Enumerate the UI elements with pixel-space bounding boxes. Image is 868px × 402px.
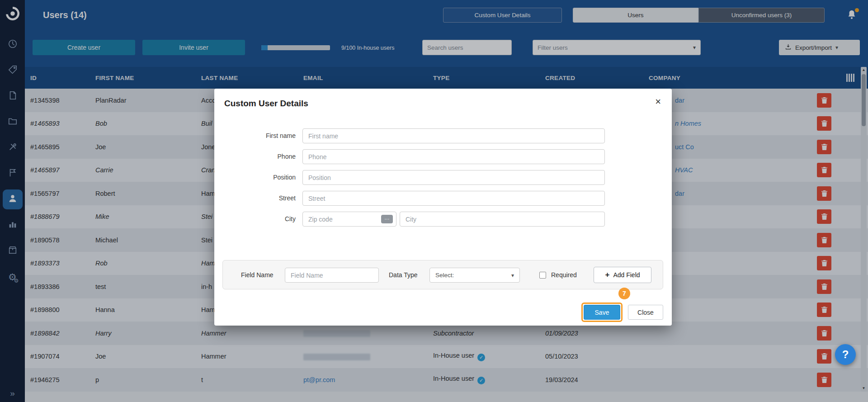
required-label: Required <box>551 271 577 279</box>
data-type-label: Data Type <box>389 271 418 279</box>
plus-icon: + <box>605 270 609 279</box>
zip-lookup-icon[interactable]: ⋯ <box>381 215 393 223</box>
chevron-down-icon: ▾ <box>511 272 514 279</box>
phone-label: Phone <box>214 153 296 160</box>
data-type-select[interactable]: Select: ▾ <box>429 268 520 283</box>
add-field-label: Add Field <box>613 271 640 279</box>
position-input[interactable] <box>302 170 605 185</box>
close-button[interactable]: Close <box>628 305 663 320</box>
custom-field-builder: Field Name Data Type Select: ▾ Required … <box>222 260 663 289</box>
field-name-input[interactable] <box>285 268 379 283</box>
first-name-input[interactable] <box>302 128 605 143</box>
first-name-label: First name <box>214 132 296 139</box>
city-label: City <box>214 215 296 222</box>
modal-title: Custom User Details <box>224 99 308 109</box>
field-name-label: Field Name <box>241 271 274 279</box>
save-button[interactable]: Save <box>584 305 620 320</box>
street-label: Street <box>214 194 296 202</box>
required-checkbox[interactable] <box>539 272 546 279</box>
save-highlight-ring: Save <box>581 303 623 322</box>
phone-input[interactable] <box>302 149 605 164</box>
street-input[interactable] <box>302 191 605 206</box>
add-field-button[interactable]: + Add Field <box>594 267 651 283</box>
custom-user-details-modal: Custom User Details × First name Phone P… <box>214 89 672 326</box>
position-label: Position <box>214 174 296 181</box>
tutorial-step-badge: 7 <box>618 288 630 299</box>
help-button[interactable]: ? <box>835 344 856 365</box>
app-root: ⚙ ⚙ » Users (14) Custom User Details Use… <box>0 0 868 402</box>
close-icon[interactable]: × <box>655 97 661 107</box>
data-type-value: Select: <box>435 272 454 279</box>
city-input[interactable] <box>400 212 605 227</box>
